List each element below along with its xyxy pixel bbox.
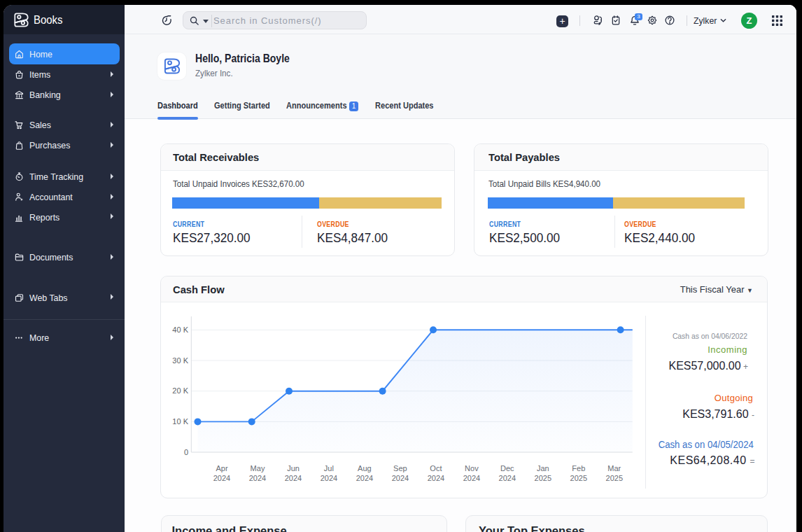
- svg-text:May: May: [251, 464, 265, 472]
- svg-text:2024: 2024: [428, 474, 444, 482]
- svg-text:2024: 2024: [285, 474, 302, 482]
- svg-text:Nov: Nov: [465, 464, 479, 472]
- svg-text:2024: 2024: [356, 474, 373, 482]
- svg-text:2024: 2024: [213, 474, 230, 482]
- svg-text:2024: 2024: [463, 474, 480, 482]
- svg-text:Sep: Sep: [393, 464, 407, 472]
- svg-text:30 K: 30 K: [172, 356, 188, 365]
- svg-text:Jul: Jul: [324, 464, 334, 472]
- svg-text:Oct: Oct: [430, 464, 442, 472]
- svg-text:2025: 2025: [570, 474, 587, 482]
- svg-text:Aug: Aug: [358, 464, 372, 472]
- svg-text:2024: 2024: [321, 474, 337, 482]
- svg-text:10 K: 10 K: [172, 417, 188, 426]
- svg-text:0: 0: [184, 448, 188, 456]
- svg-text:Jan: Jan: [537, 464, 549, 472]
- svg-text:Jun: Jun: [287, 464, 300, 472]
- svg-text:2025: 2025: [606, 474, 623, 482]
- svg-text:Apr: Apr: [216, 464, 227, 472]
- svg-text:2024: 2024: [392, 474, 409, 482]
- svg-text:40 K: 40 K: [172, 326, 188, 334]
- svg-text:Mar: Mar: [607, 464, 621, 472]
- svg-text:2024: 2024: [499, 474, 516, 482]
- svg-text:2024: 2024: [249, 474, 266, 482]
- svg-text:Dec: Dec: [500, 464, 514, 472]
- svg-text:20 K: 20 K: [172, 386, 188, 395]
- svg-text:2025: 2025: [535, 474, 551, 482]
- svg-text:Feb: Feb: [572, 464, 585, 472]
